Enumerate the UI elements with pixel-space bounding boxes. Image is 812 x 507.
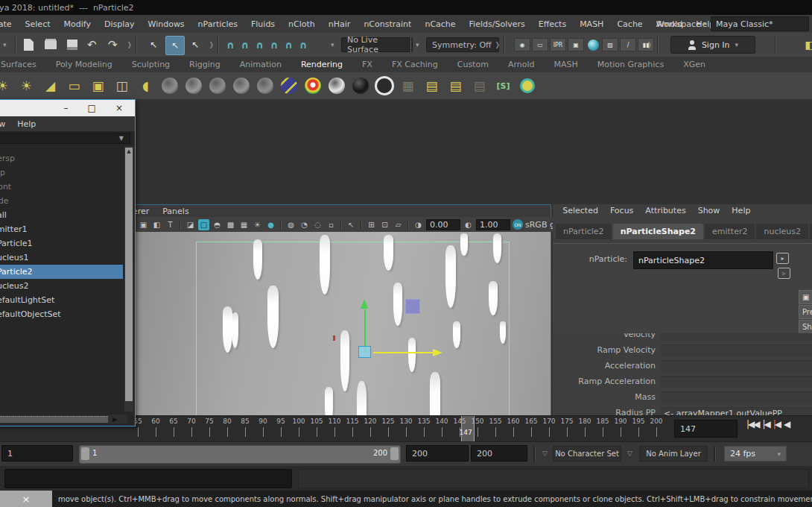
symmetry-field[interactable]: Symmetry: Off — [426, 37, 499, 52]
motion-blur-icon[interactable]: ◌ — [312, 219, 323, 230]
maximize-icon[interactable]: □ — [88, 103, 96, 113]
snap-projected-center-icon[interactable]: ∩ — [270, 40, 279, 51]
pan-zoom-icon[interactable]: ⊞ — [366, 219, 377, 230]
shelf-tab-rigging[interactable]: Rigging — [180, 60, 230, 69]
ambient-occlusion-icon[interactable]: ◍ — [285, 219, 296, 230]
range-start-handle[interactable] — [81, 447, 89, 460]
paint-effects-icon[interactable]: / — [620, 38, 636, 51]
menu-mash[interactable]: MASH — [573, 19, 610, 29]
shelf-tab-arnold[interactable]: Arnold — [498, 60, 545, 69]
ae-tab-emitter2[interactable]: emitter2 — [705, 224, 755, 239]
redo-button[interactable]: ↷ — [108, 37, 118, 53]
manipulator-x-axis[interactable] — [373, 352, 433, 353]
outliner-vertical-scrollbar[interactable]: ▲ — [124, 146, 133, 412]
film-gate-icon[interactable]: ◧ — [151, 219, 162, 230]
attribute-field[interactable] — [661, 333, 812, 341]
menu-fluids[interactable]: Fluids — [244, 19, 282, 29]
point-light-icon[interactable]: ☀ — [16, 76, 37, 96]
shelf-tab-fx-caching[interactable]: FX Caching — [382, 60, 448, 69]
outliner-item-nucleus2[interactable]: nucleus2 — [0, 279, 123, 293]
menu-nhair[interactable]: nHair — [322, 19, 358, 29]
shelf-tab-animation[interactable]: Animation — [230, 60, 291, 69]
group-expand-icon[interactable]: ❭ — [127, 37, 133, 53]
outliner-menu-show[interactable]: Show — [0, 119, 11, 129]
lambert-material-icon[interactable] — [207, 76, 227, 96]
select-component-mode-button[interactable]: ↖ — [186, 36, 204, 54]
manipulator-center-handle[interactable] — [358, 346, 371, 358]
presets-button[interactable]: Presets* — [799, 305, 812, 319]
symmetry-caret-icon[interactable]: ▾ — [416, 37, 419, 53]
node-pin-icon[interactable]: ▹ — [778, 268, 790, 279]
shelf-tab-motion-graphics[interactable]: Motion Graphics — [588, 60, 673, 69]
render-current-frame-icon[interactable]: ▭ — [532, 38, 548, 51]
blinn-material-icon[interactable] — [183, 76, 203, 96]
menu-effects[interactable]: Effects — [532, 19, 573, 29]
make-live-icon[interactable]: ∩ — [299, 40, 308, 51]
step-back-key-button[interactable]: |◀ — [773, 419, 780, 429]
exposure-icon[interactable]: ◑ — [413, 219, 424, 230]
shading-group-icon[interactable]: ▤ — [422, 76, 442, 96]
render-target-icon[interactable] — [517, 76, 537, 96]
ae-menu-help[interactable]: Help — [726, 206, 756, 215]
isolate-select-icon[interactable]: ↖ — [346, 219, 357, 230]
use-all-lights-icon[interactable]: ☀ — [252, 219, 263, 230]
image-plane-icon[interactable]: ▣ — [138, 219, 149, 230]
group-expand-icon[interactable]: ❭ — [647, 37, 653, 53]
manipulator-y-arrowhead-icon[interactable] — [361, 299, 368, 309]
fps-dropdown[interactable]: 24 fps ▾ — [724, 446, 787, 462]
menu-ncache[interactable]: nCache — [418, 19, 462, 29]
character-set-caret-icon[interactable]: ▽ — [542, 450, 548, 457]
xray-icon[interactable]: ● — [265, 219, 276, 230]
open-scene-button[interactable] — [45, 37, 57, 53]
undo-button[interactable]: ↶ — [87, 37, 97, 53]
snap-curve-icon[interactable]: ∩ — [241, 40, 250, 51]
wireframe-icon[interactable]: ◪ — [185, 219, 196, 230]
spot-light-icon[interactable]: ◢ — [40, 76, 60, 96]
ae-menu-attributes[interactable]: Attributes — [639, 206, 691, 215]
render-settings-icon[interactable]: ▣ — [568, 38, 584, 51]
outliner-menu-help[interactable]: Help — [11, 119, 42, 129]
disabled-node-icon[interactable]: ▦ — [398, 76, 418, 96]
show-hide-button[interactable]: Show Hide — [799, 320, 812, 334]
menu-ncloth[interactable]: nCloth — [282, 19, 322, 29]
outliner-item-defaultLightSet[interactable]: defaultLightSet — [0, 293, 123, 307]
shelf-tab-poly-modeling[interactable]: Poly Modeling — [46, 60, 122, 69]
shelf-tab-fx[interactable]: FX — [352, 60, 382, 69]
animation-start-field[interactable]: 1 — [1, 445, 73, 462]
menu-select[interactable]: Select — [19, 19, 57, 29]
menu-cache[interactable]: Cache — [610, 19, 649, 29]
ae-menu-selected[interactable]: Selected — [556, 206, 604, 215]
outliner-title-bar[interactable]: – □ × — [0, 100, 135, 116]
ramp-shader-icon[interactable] — [302, 76, 323, 96]
shelf-tab-mash[interactable]: MASH — [545, 60, 588, 69]
ae-tab-nParticle2[interactable]: nParticle2 — [556, 224, 612, 239]
snap-caret-icon[interactable]: ▾ — [331, 37, 334, 53]
group-expand-icon[interactable]: ❭ — [495, 37, 501, 53]
sign-in-button[interactable]: Sign In ▾ — [670, 36, 755, 54]
directional-light-icon[interactable]: ☀ — [0, 76, 13, 96]
outliner-item-front[interactable]: front — [0, 180, 123, 194]
textured-mode-icon[interactable]: ▩ — [225, 219, 236, 230]
node-name-field[interactable]: nParticleShape2 — [633, 251, 773, 269]
anti-alias-icon[interactable]: ◔ — [299, 219, 310, 230]
phonge-material-icon[interactable] — [255, 76, 275, 96]
outliner-item-nucleus1[interactable]: nucleus1 — [0, 251, 123, 265]
menu-modify[interactable]: Modify — [57, 19, 98, 29]
text-hud-icon[interactable]: T — [165, 219, 176, 230]
menu-fields/solvers[interactable]: Fields/Solvers — [463, 19, 532, 29]
shelf-tab-xgen[interactable]: XGen — [673, 60, 715, 69]
toolbar-collapse-caret-icon[interactable]: ▾ — [3, 37, 7, 53]
smooth-shade-icon[interactable]: ◓ — [212, 219, 223, 230]
live-surface-field[interactable]: No Live Surface — [341, 37, 413, 52]
shelf-tab-custom[interactable]: Custom — [448, 60, 498, 69]
outliner-item-persp[interactable]: persp — [0, 151, 123, 166]
surface-shader-icon[interactable] — [326, 76, 346, 96]
standard-surface-material-icon[interactable] — [159, 76, 180, 96]
shaded-mode-icon[interactable]: □ — [198, 219, 209, 230]
outliner-filter-dropdown[interactable]: ▼ — [0, 133, 130, 144]
menu-create[interactable]: Create — [0, 19, 19, 29]
ambient-light-icon[interactable]: ◖ — [136, 76, 156, 96]
snap-point-icon[interactable]: ∩ — [256, 40, 264, 51]
contrast-icon[interactable]: ◐ — [463, 219, 474, 230]
character-set-selector[interactable]: No Character Set — [553, 446, 621, 462]
